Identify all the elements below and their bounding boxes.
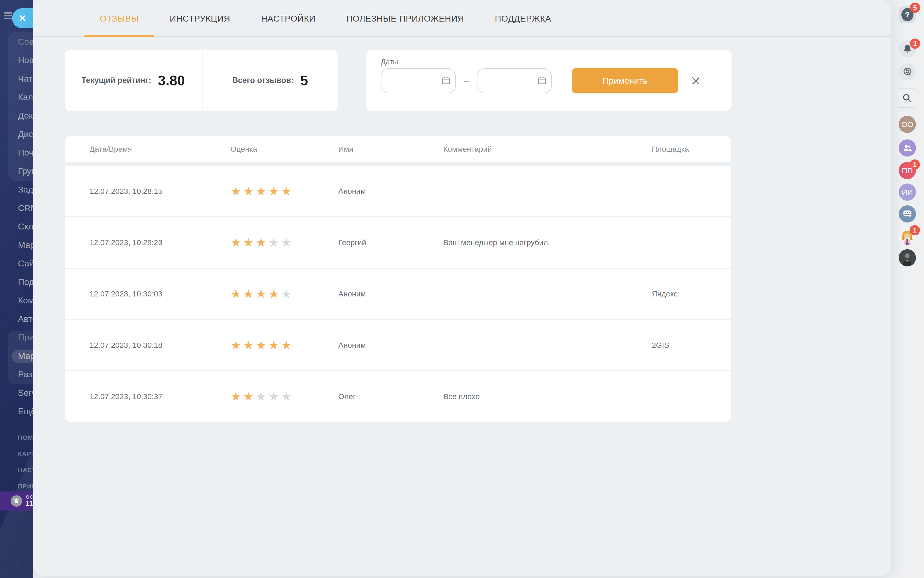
total-reviews-card: Всего отзывов: 5 [203,50,338,111]
sidebar-item-2[interactable]: Чат и [0,69,33,88]
table-row: 12.07.2023, 10:30:03 ★★★★★ Аноним Яндекс [65,269,731,319]
hamburger-menu-icon[interactable] [4,12,13,21]
people-pair-icon [902,143,913,154]
table-row: 12.07.2023, 10:30:18 ★★★★★ Аноним 2GIS [65,320,731,370]
cell-datetime: 12.07.2023, 10:30:37 [89,392,231,401]
sidebar-item-1[interactable]: Ново [0,51,33,69]
current-rating-value: 3.80 [158,72,185,88]
cell-name: Георгий [338,238,443,247]
date-from-input[interactable] [381,68,456,93]
sidebar-item-15[interactable]: Авто [0,310,33,328]
table-row: 12.07.2023, 10:28:15 ★★★★★ Аноним [65,166,731,216]
current-rating-card: Текущий рейтинг: 3.80 [65,50,202,111]
cell-datetime: 12.07.2023, 10:30:18 [89,341,231,349]
dates-label: Даты [381,58,398,66]
col-header-platform: Площадка [652,145,731,153]
rating-stars: ★★★★★ [231,185,338,197]
close-icon [18,14,27,22]
tab-support[interactable]: ПОДДЕРЖКА [479,0,567,37]
date-range-separator: – [461,76,471,86]
crown-icon: ♛ [11,495,22,507]
table-row: 12.07.2023, 10:29:23 ★★★★★ Георгий Ваш м… [65,218,731,268]
cell-datetime: 12.07.2023, 10:28:15 [89,187,231,196]
cell-name: Аноним [338,187,443,196]
sidebar-item-20[interactable]: Ещё [0,402,33,421]
date-from-field [381,68,456,93]
group-chat-avatar[interactable] [899,205,916,222]
sidebar-item-0[interactable]: Совм [0,32,33,51]
sidebar-item-16[interactable]: Прил [0,328,33,346]
search-icon [901,92,913,104]
cell-comment: Ваш менеджер мне нагрубил. [443,238,652,247]
tab-settings[interactable]: НАСТРОЙКИ [246,0,331,37]
cell-name: Аноним [338,341,443,349]
sidebar-item-11[interactable]: Мар [0,235,33,254]
tab-useful-apps[interactable]: ПОЛЕЗНЫЕ ПРИЛОЖЕНИЯ [331,0,479,37]
sidebar-item-4[interactable]: Доку [0,106,33,125]
cell-datetime: 12.07.2023, 10:29:23 [89,238,231,247]
current-rating-label: Текущий рейтинг: [82,76,151,85]
sidebar-menu: Совм Ново Чат и Кале Доку Диск Почт Груп… [0,32,33,421]
sidebar-item-13[interactable]: Подп [0,273,33,291]
total-reviews-value: 5 [300,72,308,88]
sidebar-footer-links: ПОМО КАРТА НАСТ ПРИГЛ [0,430,33,495]
cell-name: Аноним [338,289,443,298]
col-header-name: Имя [338,145,443,153]
group-chat-icon [902,208,913,220]
employees-avatar[interactable] [899,140,916,157]
rating-stars: ★★★★★ [231,237,338,248]
sidebar-item-10[interactable]: Скла [0,217,33,235]
sidebar-item-5[interactable]: Диск [0,125,33,143]
help-badge: 5 [910,3,920,13]
sidebar-item-6[interactable]: Почт [0,143,33,162]
user-avatar-ii[interactable]: ИИ [899,183,916,201]
table-row: 12.07.2023, 10:30:37 ★★★★★ Олег Все плох… [65,372,731,422]
reviews-slider-panel: ОТЗЫВЫ ИНСТРУКЦИЯ НАСТРОЙКИ ПОЛЕЗНЫЕ ПРИ… [33,0,891,576]
sidebar-footer-link-2[interactable]: НАСТ [0,462,33,478]
avatar-initials: ИИ [902,188,913,196]
avatar-pp-badge: 1 [909,159,920,170]
rail-divider [900,107,915,108]
sidebar-item-8[interactable]: Зада [0,180,33,199]
date-to-field [477,68,552,93]
date-to-input[interactable] [477,68,552,93]
tab-instruction[interactable]: ИНСТРУКЦИЯ [154,0,246,37]
tab-bar: ОТЗЫВЫ ИНСТРУКЦИЯ НАСТРОЙКИ ПОЛЕЗНЫЕ ПРИ… [33,0,891,37]
chat-button[interactable] [899,63,916,81]
rail-divider [900,88,915,89]
sidebar-footer-link-0[interactable]: ПОМО [0,430,33,446]
cell-name: Олег [338,392,443,401]
user-avatar-oo[interactable]: ОО [899,116,916,133]
col-header-rating: Оценка [231,145,338,153]
sidebar-footer-link-1[interactable]: КАРТА [0,446,33,462]
sidebar-item-19[interactable]: Serv [0,383,33,402]
clear-filter-button[interactable] [690,75,702,87]
cell-comment: Все плохо [443,392,652,401]
close-slider-button[interactable] [12,8,33,28]
rating-stars: ★★★★★ [231,391,338,403]
clear-x-icon [690,75,702,87]
sidebar-item-9[interactable]: CRM [0,199,33,217]
sidebar-item-12[interactable]: Сайт [0,254,33,273]
table-header-row: Дата/Время Оценка Имя Комментарий Площад… [65,136,731,162]
col-header-datetime: Дата/Время [89,145,231,153]
search-button[interactable] [901,92,913,104]
tab-reviews[interactable]: ОТЗЫВЫ [84,0,154,37]
user-photo-avatar[interactable] [899,249,916,266]
rating-stars: ★★★★★ [231,288,338,300]
trial-banner[interactable]: ♛ ост 11 [0,492,33,510]
apply-filter-button[interactable]: Применить [572,68,678,93]
cell-platform: 2GIS [652,341,731,349]
rating-stars: ★★★★★ [231,339,338,351]
assistant-avatar-badge: 1 [909,225,920,235]
sidebar-item-18[interactable]: Разр [0,365,33,383]
sidebar-item-17-selected[interactable]: Мар [0,346,33,365]
sidebar-item-3[interactable]: Кале [0,88,33,106]
avatar-initials: ОО [901,120,913,129]
reviews-table: Дата/Время Оценка Имя Комментарий Площад… [65,136,731,422]
cell-platform: Яндекс [652,289,731,298]
sidebar-item-7[interactable]: Груп [0,162,33,180]
right-toolbar: ? 5 1 ОО [891,0,924,578]
notifications-badge: 1 [910,39,920,49]
sidebar-item-14[interactable]: Комп [0,291,33,310]
